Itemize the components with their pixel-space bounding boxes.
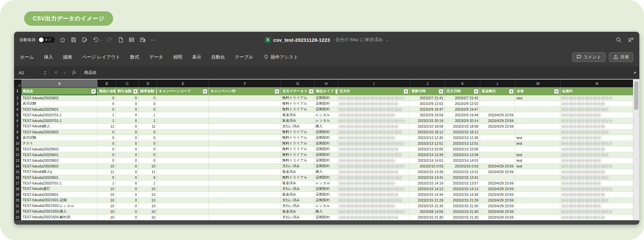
cell[interactable]: 2023/2/15 13:41: [445, 175, 480, 181]
cell[interactable]: 1: [139, 118, 157, 124]
cell[interactable]: [560, 107, 633, 112]
cell[interactable]: [157, 215, 209, 220]
cell[interactable]: 0: [97, 95, 116, 101]
autosave-toggle[interactable]: 自動保存 オフ: [19, 37, 55, 43]
cell[interactable]: TEST-fukuda23021503-購入: [21, 209, 97, 215]
vertical-scrollbar[interactable]: [633, 80, 639, 220]
cell[interactable]: 定期契約: [314, 146, 338, 152]
cell[interactable]: 2023/2/15 20:19: [410, 118, 445, 124]
cell[interactable]: 2023/2/15 13:31: [445, 169, 480, 175]
cell[interactable]: [157, 192, 209, 198]
cell[interactable]: 無料トライアル: [281, 95, 314, 101]
cell[interactable]: [209, 209, 281, 215]
cell[interactable]: 0: [97, 107, 116, 112]
cell[interactable]: [560, 209, 633, 215]
cell[interactable]: 0: [116, 124, 139, 129]
cell[interactable]: 2023/2/15 14:44: [410, 192, 445, 198]
cell[interactable]: 2023/2/13 12:35: [445, 135, 480, 141]
cell[interactable]: TEST-fukuda23021501-定期: [21, 198, 97, 203]
cell[interactable]: テスト: [21, 141, 97, 146]
column-header-D[interactable]: D: [139, 80, 157, 87]
cell[interactable]: 2023/2/15 13:57: [445, 181, 480, 186]
filter-dropdown-icon[interactable]: ▼: [403, 89, 408, 94]
cell[interactable]: 2023/2/15 13:41: [410, 175, 445, 181]
cell[interactable]: [560, 203, 633, 209]
cell[interactable]: 0: [97, 141, 116, 146]
cell[interactable]: [515, 169, 560, 175]
cell[interactable]: [480, 152, 515, 158]
cell[interactable]: [515, 107, 560, 112]
cell[interactable]: [157, 95, 209, 101]
cell[interactable]: [560, 124, 633, 129]
cell[interactable]: 無料トライアル: [281, 129, 314, 135]
cell[interactable]: [338, 152, 410, 158]
cell[interactable]: 定期契約: [314, 175, 338, 181]
cell[interactable]: 10: [139, 209, 157, 215]
cell[interactable]: 0: [139, 107, 157, 112]
cell[interactable]: 2023/2/13 12:35: [410, 135, 445, 141]
cell[interactable]: 返金済み: [281, 169, 314, 175]
table-header-cell[interactable]: 請求金額▼: [139, 87, 157, 95]
cell[interactable]: 0: [116, 129, 139, 135]
cell[interactable]: [338, 186, 410, 192]
cell[interactable]: 0: [97, 135, 116, 141]
column-header-A[interactable]: A: [21, 80, 98, 87]
cell[interactable]: 0: [116, 135, 139, 141]
cell[interactable]: 2023/2/15 21:30: [445, 203, 480, 209]
tab-描画[interactable]: 描画: [63, 54, 72, 60]
filter-dropdown-icon[interactable]: ▼: [203, 89, 208, 94]
cell[interactable]: [209, 186, 281, 192]
cell[interactable]: [157, 209, 209, 215]
cell[interactable]: 2023/2/14 13:39: [445, 152, 480, 158]
cell[interactable]: 無料トライアル: [281, 141, 314, 146]
cell[interactable]: [209, 124, 281, 129]
cell[interactable]: [560, 152, 633, 158]
cell[interactable]: aaa: [515, 95, 560, 101]
table-header-cell[interactable]: キャンペーンID▼: [209, 87, 281, 95]
cell[interactable]: [157, 163, 209, 169]
cell[interactable]: 2023/2/9 19:59: [410, 112, 445, 118]
cell[interactable]: 無料トライアル: [281, 107, 314, 112]
cell[interactable]: 10: [97, 209, 116, 215]
cell[interactable]: [515, 146, 560, 152]
cell[interactable]: 2023/4/29 23:59: [480, 163, 515, 169]
cancel-entry-icon[interactable]: ✕: [54, 70, 58, 75]
cell[interactable]: 0: [116, 112, 139, 118]
cell[interactable]: 10: [139, 186, 157, 192]
tab-表示[interactable]: 表示: [192, 54, 201, 60]
column-header-K[interactable]: K: [445, 80, 480, 87]
cell[interactable]: [209, 112, 281, 118]
filter-dropdown-icon[interactable]: ▼: [91, 89, 96, 94]
cell[interactable]: 0: [116, 181, 139, 186]
cell[interactable]: [338, 112, 410, 118]
table-properties-icon[interactable]: [129, 36, 135, 43]
cell[interactable]: [338, 118, 410, 124]
table-header-cell[interactable]: 商品タイプ▼: [314, 87, 338, 95]
row-header-23[interactable]: 23: [14, 215, 21, 220]
cell[interactable]: 定期契約: [314, 158, 338, 163]
cell[interactable]: [560, 101, 633, 107]
cell[interactable]: 購入: [314, 209, 338, 215]
cell[interactable]: レンタル: [314, 118, 338, 124]
cell[interactable]: 2023/2/10 18:12: [410, 129, 445, 135]
cell[interactable]: TEST-fukuda23020601: [21, 175, 97, 181]
cell[interactable]: 返金済み: [281, 112, 314, 118]
row-header-10[interactable]: 10: [14, 141, 21, 146]
cell[interactable]: [338, 101, 410, 107]
cell[interactable]: 定期契約: [314, 152, 338, 158]
cell[interactable]: [157, 186, 209, 192]
cell[interactable]: [157, 146, 209, 152]
cell[interactable]: [515, 209, 560, 215]
row-header-21[interactable]: 21: [14, 203, 21, 209]
cell[interactable]: [560, 135, 633, 141]
cell[interactable]: TEST-fukuda23020601: [21, 152, 97, 158]
cell[interactable]: [560, 181, 633, 186]
cell[interactable]: TEST-fukuda23021502-レンタル: [21, 203, 97, 209]
cell[interactable]: 0: [116, 163, 139, 169]
more-icon[interactable]: ⋯: [151, 37, 156, 43]
cell[interactable]: [338, 95, 410, 101]
cell[interactable]: レンタル: [314, 181, 338, 186]
cell[interactable]: [480, 129, 515, 135]
cell[interactable]: [338, 203, 410, 209]
row-header-5[interactable]: 5: [14, 112, 21, 118]
